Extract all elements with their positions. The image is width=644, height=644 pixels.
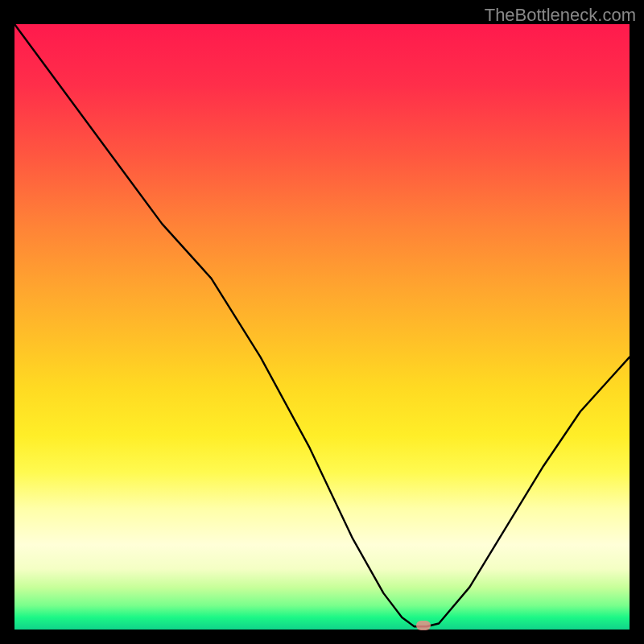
watermark-text: TheBottleneck.com	[485, 5, 636, 26]
bottleneck-curve	[14, 24, 630, 626]
selection-marker	[416, 621, 431, 630]
curve-svg	[14, 24, 630, 630]
bottleneck-chart	[14, 24, 630, 630]
